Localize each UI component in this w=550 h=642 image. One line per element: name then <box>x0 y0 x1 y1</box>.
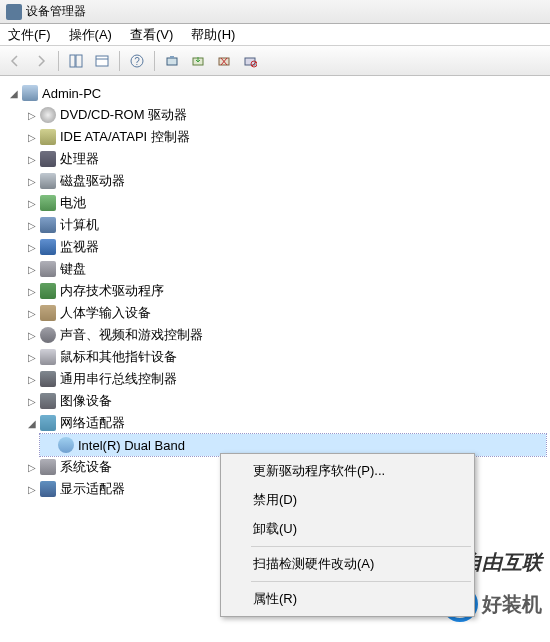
expander-icon[interactable]: ◢ <box>8 87 20 99</box>
cm-update-driver[interactable]: 更新驱动程序软件(P)... <box>223 457 472 485</box>
cm-properties[interactable]: 属性(R) <box>223 585 472 613</box>
context-menu-separator <box>251 581 471 582</box>
expander-icon[interactable]: ◢ <box>26 417 38 429</box>
tree-row[interactable]: ▷人体学输入设备 <box>22 302 546 324</box>
toolbar-separator <box>154 51 155 71</box>
tree-row[interactable]: ▷计算机 <box>22 214 546 236</box>
svg-rect-0 <box>70 55 75 67</box>
tree-row[interactable]: ▷键盘 <box>22 258 546 280</box>
disable-button[interactable] <box>239 50 261 72</box>
tree-label: 处理器 <box>60 150 99 168</box>
svg-text:?: ? <box>134 56 140 67</box>
pc-icon <box>40 217 56 233</box>
scan-hardware-button[interactable] <box>161 50 183 72</box>
image-icon <box>40 393 56 409</box>
expander-icon[interactable]: ▷ <box>26 373 38 385</box>
help-button[interactable]: ? <box>126 50 148 72</box>
tree-row[interactable]: ▷内存技术驱动程序 <box>22 280 546 302</box>
properties-button[interactable] <box>91 50 113 72</box>
tree-label: 鼠标和其他指针设备 <box>60 348 177 366</box>
battery-icon <box>40 195 56 211</box>
expander-icon[interactable]: ▷ <box>26 307 38 319</box>
tree-row[interactable]: ◢网络适配器 <box>22 412 546 434</box>
expander-icon[interactable]: ▷ <box>26 395 38 407</box>
tree-label: 声音、视频和游戏控制器 <box>60 326 203 344</box>
expander-icon[interactable]: ▷ <box>26 109 38 121</box>
menu-help[interactable]: 帮助(H) <box>191 26 235 44</box>
network-icon <box>40 415 56 431</box>
tree-label: 图像设备 <box>60 392 112 410</box>
tree-row[interactable]: ▷DVD/CD-ROM 驱动器 <box>22 104 546 126</box>
cm-disable[interactable]: 禁用(D) <box>223 486 472 514</box>
uninstall-button[interactable] <box>213 50 235 72</box>
expander-icon[interactable]: ▷ <box>26 219 38 231</box>
menu-file[interactable]: 文件(F) <box>8 26 51 44</box>
tree-row[interactable]: ▷电池 <box>22 192 546 214</box>
back-button[interactable] <box>4 50 26 72</box>
tree-label: 计算机 <box>60 216 99 234</box>
display-icon <box>40 481 56 497</box>
root-label: Admin-PC <box>42 86 101 101</box>
ide-icon <box>40 129 56 145</box>
menu-action[interactable]: 操作(A) <box>69 26 112 44</box>
toolbar-separator <box>119 51 120 71</box>
context-menu-separator <box>251 546 471 547</box>
toolbar: ? <box>0 46 550 76</box>
svg-rect-7 <box>170 56 174 58</box>
expander-icon[interactable]: ▷ <box>26 175 38 187</box>
show-hide-tree-button[interactable] <box>65 50 87 72</box>
mouse-icon <box>40 349 56 365</box>
computer-icon <box>22 85 38 101</box>
tree-label: 网络适配器 <box>60 414 125 432</box>
sound-icon <box>40 327 56 343</box>
tree-label: DVD/CD-ROM 驱动器 <box>60 106 187 124</box>
usb-icon <box>40 371 56 387</box>
menu-view[interactable]: 查看(V) <box>130 26 173 44</box>
tree-row[interactable]: ▷图像设备 <box>22 390 546 412</box>
tree-row[interactable]: ▷声音、视频和游戏控制器 <box>22 324 546 346</box>
app-icon <box>6 4 22 20</box>
cm-uninstall[interactable]: 卸载(U) <box>223 515 472 543</box>
context-menu: 更新驱动程序软件(P)... 禁用(D) 卸载(U) 扫描检测硬件改动(A) 属… <box>220 453 475 617</box>
tree-label: 人体学输入设备 <box>60 304 151 322</box>
tree-label: IDE ATA/ATAPI 控制器 <box>60 128 190 146</box>
expander-icon[interactable]: ▷ <box>26 153 38 165</box>
tree-row[interactable]: ▷磁盘驱动器 <box>22 170 546 192</box>
expander-icon[interactable]: ▷ <box>26 483 38 495</box>
update-driver-button[interactable] <box>187 50 209 72</box>
dvd-icon <box>40 107 56 123</box>
tree-row[interactable]: ▷处理器 <box>22 148 546 170</box>
tree-row[interactable]: ▷鼠标和其他指针设备 <box>22 346 546 368</box>
titlebar: 设备管理器 <box>0 0 550 24</box>
forward-button[interactable] <box>30 50 52 72</box>
expander-icon[interactable]: ▷ <box>26 197 38 209</box>
root-node[interactable]: ◢ Admin-PC <box>4 82 546 104</box>
system-icon <box>40 459 56 475</box>
tree-label: 磁盘驱动器 <box>60 172 125 190</box>
memory-icon <box>40 283 56 299</box>
expander-icon[interactable]: ▷ <box>26 351 38 363</box>
window-title: 设备管理器 <box>26 3 86 20</box>
tree-label: 键盘 <box>60 260 86 278</box>
tree-row[interactable]: ▷通用串行总线控制器 <box>22 368 546 390</box>
cpu-icon <box>40 151 56 167</box>
menubar: 文件(F) 操作(A) 查看(V) 帮助(H) <box>0 24 550 46</box>
expander-icon[interactable]: ▷ <box>26 329 38 341</box>
svg-rect-2 <box>96 56 108 66</box>
tree-label: 监视器 <box>60 238 99 256</box>
tree-label: 显示适配器 <box>60 480 125 498</box>
expander-icon[interactable]: ▷ <box>26 241 38 253</box>
svg-rect-6 <box>167 58 177 65</box>
expander-icon[interactable]: ▷ <box>26 461 38 473</box>
cm-scan-hardware[interactable]: 扫描检测硬件改动(A) <box>223 550 472 578</box>
expander-icon[interactable]: ▷ <box>26 131 38 143</box>
expander-icon[interactable]: ▷ <box>26 263 38 275</box>
toolbar-separator <box>58 51 59 71</box>
tree-row[interactable]: ▷监视器 <box>22 236 546 258</box>
hid-icon <box>40 305 56 321</box>
monitor-icon <box>40 239 56 255</box>
netcard-icon <box>58 437 74 453</box>
tree-row[interactable]: ▷IDE ATA/ATAPI 控制器 <box>22 126 546 148</box>
tree-label: 系统设备 <box>60 458 112 476</box>
expander-icon[interactable]: ▷ <box>26 285 38 297</box>
